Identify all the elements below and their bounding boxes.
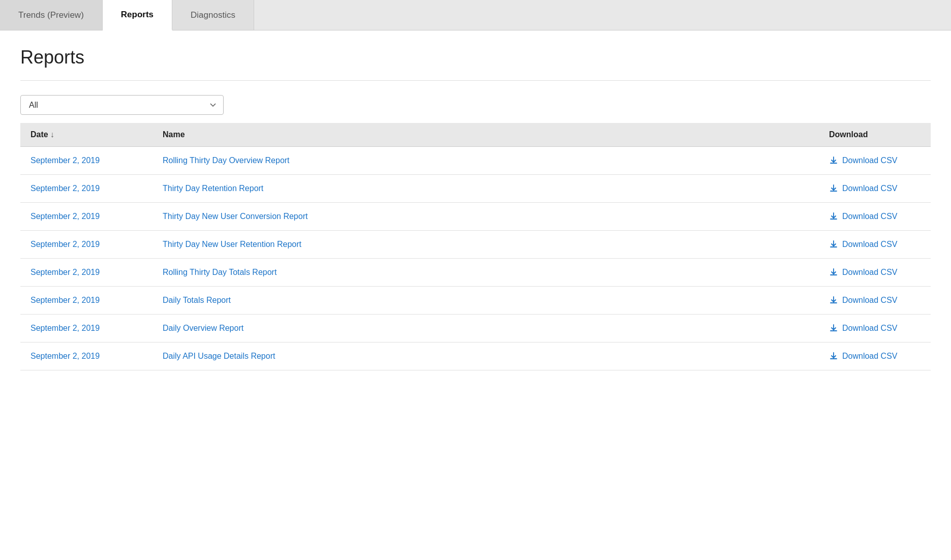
row-date-0[interactable]: September 2, 2019 [20, 147, 152, 175]
filter-select[interactable]: AllDailyMonthlyWeekly [20, 95, 224, 115]
download-link-1[interactable]: Download CSV [829, 184, 921, 193]
download-label-4: Download CSV [842, 268, 898, 277]
download-link-5[interactable]: Download CSV [829, 296, 921, 305]
date-link-2[interactable]: September 2, 2019 [30, 212, 100, 221]
row-download-1[interactable]: Download CSV [819, 175, 931, 203]
download-link-7[interactable]: Download CSV [829, 352, 921, 361]
row-date-3[interactable]: September 2, 2019 [20, 231, 152, 259]
row-download-4[interactable]: Download CSV [819, 259, 931, 287]
download-label-0: Download CSV [842, 156, 898, 165]
download-label-3: Download CSV [842, 240, 898, 249]
page-title: Reports [20, 47, 931, 68]
download-icon-7 [829, 352, 838, 361]
download-link-2[interactable]: Download CSV [829, 212, 921, 221]
date-link-6[interactable]: September 2, 2019 [30, 324, 100, 332]
download-label-6: Download CSV [842, 324, 898, 333]
table-row: September 2, 2019Rolling Thirty Day Over… [20, 147, 931, 175]
date-link-7[interactable]: September 2, 2019 [30, 352, 100, 360]
table-body: September 2, 2019Rolling Thirty Day Over… [20, 147, 931, 370]
row-name-0[interactable]: Rolling Thirty Day Overview Report [152, 147, 819, 175]
row-download-2[interactable]: Download CSV [819, 203, 931, 231]
download-icon-0 [829, 156, 838, 165]
date-link-0[interactable]: September 2, 2019 [30, 156, 100, 165]
row-name-1[interactable]: Thirty Day Retention Report [152, 175, 819, 203]
col-header-name: Name [152, 123, 819, 147]
table-header-row: Date ↓NameDownload [20, 123, 931, 147]
row-download-5[interactable]: Download CSV [819, 287, 931, 315]
sort-arrow-date: ↓ [50, 130, 54, 139]
row-date-4[interactable]: September 2, 2019 [20, 259, 152, 287]
table-header: Date ↓NameDownload [20, 123, 931, 147]
row-date-2[interactable]: September 2, 2019 [20, 203, 152, 231]
date-link-5[interactable]: September 2, 2019 [30, 296, 100, 304]
download-label-1: Download CSV [842, 184, 898, 193]
col-header-download: Download [819, 123, 931, 147]
filter-row: AllDailyMonthlyWeekly [20, 95, 931, 115]
download-link-6[interactable]: Download CSV [829, 324, 921, 333]
row-name-3[interactable]: Thirty Day New User Retention Report [152, 231, 819, 259]
date-link-3[interactable]: September 2, 2019 [30, 240, 100, 248]
name-link-3[interactable]: Thirty Day New User Retention Report [163, 240, 301, 248]
download-link-0[interactable]: Download CSV [829, 156, 921, 165]
row-name-7[interactable]: Daily API Usage Details Report [152, 343, 819, 370]
row-download-3[interactable]: Download CSV [819, 231, 931, 259]
download-icon-6 [829, 324, 838, 333]
table-row: September 2, 2019Daily Overview Report D… [20, 315, 931, 343]
page-content: Reports AllDailyMonthlyWeekly Date ↓Name… [0, 30, 951, 387]
download-link-4[interactable]: Download CSV [829, 268, 921, 277]
download-label-7: Download CSV [842, 352, 898, 361]
tab-reports[interactable]: Reports [103, 0, 172, 30]
row-date-6[interactable]: September 2, 2019 [20, 315, 152, 343]
reports-table: Date ↓NameDownload September 2, 2019Roll… [20, 123, 931, 370]
date-link-4[interactable]: September 2, 2019 [30, 268, 100, 276]
name-link-5[interactable]: Daily Totals Report [163, 296, 231, 304]
download-icon-2 [829, 212, 838, 221]
divider [20, 80, 931, 81]
table-row: September 2, 2019Daily Totals Report Dow… [20, 287, 931, 315]
download-icon-4 [829, 268, 838, 277]
name-link-6[interactable]: Daily Overview Report [163, 324, 243, 332]
download-icon-3 [829, 240, 838, 249]
row-date-7[interactable]: September 2, 2019 [20, 343, 152, 370]
row-download-6[interactable]: Download CSV [819, 315, 931, 343]
row-download-0[interactable]: Download CSV [819, 147, 931, 175]
name-link-1[interactable]: Thirty Day Retention Report [163, 184, 263, 193]
row-name-6[interactable]: Daily Overview Report [152, 315, 819, 343]
download-label-2: Download CSV [842, 212, 898, 221]
row-download-7[interactable]: Download CSV [819, 343, 931, 370]
table-row: September 2, 2019Rolling Thirty Day Tota… [20, 259, 931, 287]
tab-diagnostics[interactable]: Diagnostics [172, 0, 254, 30]
tab-trends[interactable]: Trends (Preview) [0, 0, 103, 30]
row-date-5[interactable]: September 2, 2019 [20, 287, 152, 315]
tab-bar: Trends (Preview)ReportsDiagnostics [0, 0, 951, 30]
row-date-1[interactable]: September 2, 2019 [20, 175, 152, 203]
download-label-5: Download CSV [842, 296, 898, 305]
table-row: September 2, 2019Daily API Usage Details… [20, 343, 931, 370]
table-row: September 2, 2019Thirty Day New User Ret… [20, 231, 931, 259]
row-name-2[interactable]: Thirty Day New User Conversion Report [152, 203, 819, 231]
row-name-4[interactable]: Rolling Thirty Day Totals Report [152, 259, 819, 287]
name-link-2[interactable]: Thirty Day New User Conversion Report [163, 212, 308, 221]
date-link-1[interactable]: September 2, 2019 [30, 184, 100, 193]
table-row: September 2, 2019Thirty Day New User Con… [20, 203, 931, 231]
name-link-7[interactable]: Daily API Usage Details Report [163, 352, 275, 360]
download-icon-5 [829, 296, 838, 305]
download-link-3[interactable]: Download CSV [829, 240, 921, 249]
name-link-0[interactable]: Rolling Thirty Day Overview Report [163, 156, 290, 165]
row-name-5[interactable]: Daily Totals Report [152, 287, 819, 315]
name-link-4[interactable]: Rolling Thirty Day Totals Report [163, 268, 277, 276]
download-icon-1 [829, 184, 838, 193]
col-header-date[interactable]: Date ↓ [20, 123, 152, 147]
table-row: September 2, 2019Thirty Day Retention Re… [20, 175, 931, 203]
